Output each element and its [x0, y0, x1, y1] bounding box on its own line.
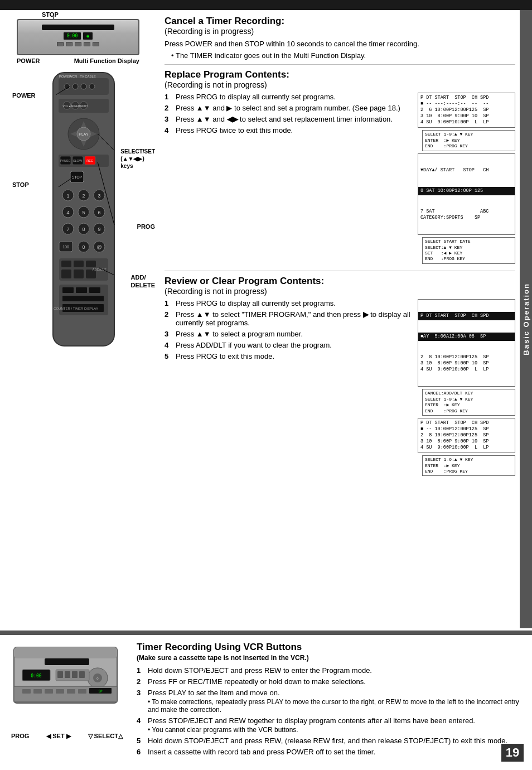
section-cancel: Cancel a Timer Recording: (Recording is …	[165, 16, 515, 60]
bottom-section: 0:00 0	[0, 637, 532, 770]
svg-text:INPUT: INPUT	[80, 104, 88, 108]
svg-rect-59	[74, 261, 84, 267]
svg-text:VCR: VCR	[70, 75, 78, 78]
svg-rect-91	[22, 689, 31, 694]
svg-rect-66	[62, 287, 74, 293]
svg-text:6: 6	[98, 210, 100, 215]
svg-rect-94	[56, 689, 64, 694]
svg-rect-89	[79, 671, 85, 678]
bottom-vcr-labels: PROG ◀ SET ▶ ▽ SELECT△	[11, 733, 123, 740]
svg-point-3	[72, 84, 78, 89]
svg-text:7: 7	[66, 227, 69, 232]
sidebar-label: Basic Operation	[522, 283, 530, 355]
replace-step4: 4 Press PROG twice to exit this mode.	[165, 126, 413, 134]
review-title: Review or Clear Program Contents:	[165, 276, 515, 287]
svg-text:SP: SP	[98, 689, 103, 693]
top-bar	[0, 0, 532, 10]
svg-rect-61	[61, 270, 71, 278]
prog-label: PROG	[137, 223, 155, 230]
vcr-step3: 3 Press PLAY to set the item and move on…	[137, 689, 521, 714]
svg-rect-69	[62, 296, 104, 301]
svg-text:0: 0	[82, 244, 85, 250]
section-replace: Replace Program Contents: (Recording is …	[165, 69, 515, 266]
set-bottom-label: ◀ SET ▶	[46, 733, 71, 740]
svg-text:100: 100	[62, 245, 69, 249]
svg-text:SPEED: SPEED	[71, 104, 80, 108]
stop-remote-label: STOP	[12, 181, 29, 188]
replace-title: Replace Program Contents:	[165, 69, 515, 80]
svg-rect-96	[78, 689, 86, 694]
review-step5: 5 Press PROG to exit this mode.	[165, 352, 413, 360]
review-step4: 4 Press ADD/DLT if you want to clear the…	[165, 341, 413, 349]
replace-step3: 3 Press ▲▼ and ◀▶ to select and set repl…	[165, 115, 413, 123]
remote-svg: POWER VCR TV CABLE VOL▲ SPEED INPUT	[28, 70, 139, 360]
svg-text:@: @	[96, 244, 101, 250]
svg-text:SLOW: SLOW	[73, 159, 83, 162]
display-box-5: P DT START STOP CH SPD ■AY 5:00A12:00A 0…	[418, 299, 515, 387]
svg-text:3: 3	[98, 193, 100, 199]
left-column: STOP 0:00 ◉	[0, 10, 162, 628]
vcr-panel: 0:00 ◉	[17, 19, 139, 55]
svg-text:TV: TV	[80, 75, 84, 78]
multi-function-display-label: Multi Function Display	[74, 57, 139, 64]
add-delete-label: ADD/DELETE	[131, 273, 155, 290]
display-box-7: P DT START STOP CH SPD ■ -- 10:00P12:00P…	[418, 418, 515, 453]
replace-subtitle: (Recording is not in progress)	[165, 80, 515, 89]
svg-rect-92	[33, 689, 42, 694]
select-set-label: SELECT/SET (▲▼◀▶) keys	[120, 148, 155, 170]
svg-rect-95	[67, 689, 75, 694]
svg-rect-58	[61, 261, 71, 267]
replace-step1: 1 Press PROG to display all currently se…	[165, 93, 413, 101]
bottom-vcr-svg: 0:00 0	[11, 642, 123, 731]
vcr-buttons-subtitle: (Make sure a cassette tape is not insert…	[137, 654, 521, 662]
cancel-bullet: • The TIMER indicator goes out in the Mu…	[171, 51, 515, 60]
svg-text:0:00: 0:00	[31, 673, 41, 678]
section-review: Review or Clear Program Contents: (Recor…	[165, 276, 515, 479]
svg-text:PLAY: PLAY	[79, 132, 89, 136]
review-displays: P DT START STOP CH SPD ■AY 5:00A12:00A 0…	[418, 299, 515, 479]
vcr-step4: 4 Press STOP/EJECT and REW together to d…	[137, 716, 521, 734]
section-divider-bar	[0, 631, 532, 635]
stop-label: STOP	[42, 11, 59, 18]
review-step2: 2 Press ▲▼ to select "TIMER PROGRAM," an…	[165, 310, 413, 327]
page-number: 19	[501, 744, 524, 762]
display-box-2: SELECT 1-9:▲ ▼ KEY ENTER :▶ KEY END :PRO…	[422, 130, 515, 151]
review-subtitle: (Recording is not in progress)	[165, 287, 515, 296]
svg-text:5: 5	[82, 210, 85, 215]
right-column: Cancel a Timer Recording: (Recording is …	[162, 10, 532, 628]
power-label-vcr: POWER	[17, 57, 40, 64]
display-box-3: ▼DAY▲/ START STOP CH 8 SAT 10:00P12:00P …	[418, 153, 515, 235]
svg-rect-87	[65, 671, 70, 678]
svg-text:9: 9	[98, 227, 100, 232]
svg-rect-88	[72, 671, 78, 678]
svg-text:REC: REC	[86, 159, 93, 162]
svg-rect-93	[45, 689, 53, 694]
cancel-subtitle: (Recording is in progress)	[165, 27, 515, 36]
svg-rect-86	[57, 671, 63, 678]
svg-point-4	[81, 84, 86, 89]
svg-text:CABLE: CABLE	[85, 75, 96, 78]
svg-text:COUNTER / TIMER DISPLAY: COUNTER / TIMER DISPLAY	[54, 307, 98, 310]
cancel-title: Cancel a Timer Recording:	[165, 16, 515, 27]
prog-bottom-label: PROG	[11, 733, 29, 740]
remote-control: POWER STOP SELECT/SET (▲▼◀▶) keys PROG A…	[11, 70, 156, 360]
vcr-step1: 1 Hold down STOP/EJECT and press REW to …	[137, 666, 521, 675]
review-step1: 1 Press PROG to display all currently se…	[165, 299, 413, 307]
svg-rect-79	[45, 658, 89, 665]
svg-text:4: 4	[66, 210, 69, 215]
display-box-4: SELECT START DATE SELECT:▲ ▼ KEY SET :◀ …	[422, 237, 515, 264]
svg-rect-60	[86, 261, 96, 267]
display-box-8: SELECT 1-9:▲ ▼ KEY ENTER :▶ KEY END :PRO…	[422, 455, 515, 476]
svg-rect-67	[76, 287, 87, 293]
select-bottom-label: ▽ SELECT△	[88, 733, 123, 740]
cancel-intro: Press POWER and then STOP within 10 seco…	[165, 39, 515, 49]
svg-point-5	[89, 84, 95, 89]
svg-text:ADD/DLT: ADD/DLT	[92, 268, 107, 271]
replace-step2: 2 Press ▲▼ and ▶ to select and set a pro…	[165, 104, 413, 112]
svg-text:VOL▲: VOL▲	[63, 104, 71, 108]
bottom-vcr-area: 0:00 0	[11, 642, 128, 759]
replace-displays: P DT START STOP CH SPD ■ -- ---:----:-- …	[418, 93, 515, 266]
display-box-6: CANCEL:ADD/DLT KEY SELECT 1-9:▲ ▼ KEY EN…	[422, 389, 515, 416]
review-step3: 3 Press ▲▼ to select a program number.	[165, 330, 413, 338]
vcr-buttons-title: Timer Recording Using VCR Buttons	[137, 642, 521, 653]
